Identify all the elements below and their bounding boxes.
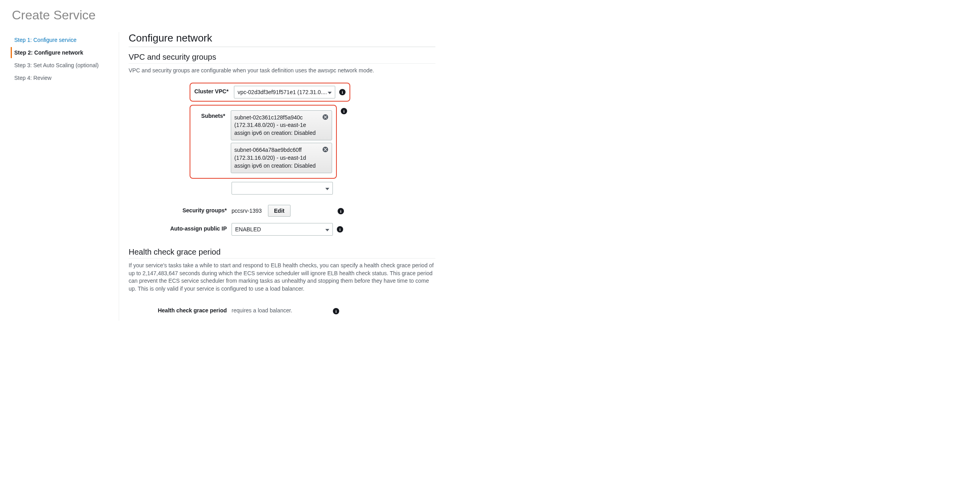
sidebar-step-2[interactable]: Step 2: Configure network — [11, 47, 107, 58]
subnet-chip-1-cidr: (172.31.16.0/20) - us-east-1d — [234, 154, 320, 162]
subnets-highlight: Subnets* subnet-02c361c128f5a940c (172.3… — [190, 105, 337, 179]
cluster-vpc-label: Cluster VPC* — [194, 86, 230, 95]
sidebar-step-4[interactable]: Step 4: Review — [12, 72, 107, 83]
svg-text:i: i — [335, 309, 336, 314]
svg-text:i: i — [339, 227, 340, 232]
vpc-section-description: VPC and security groups are configurable… — [129, 67, 435, 75]
grace-period-label: Health check grace period — [129, 305, 232, 314]
auto-assign-ip-label: Auto-assign public IP — [129, 223, 232, 232]
info-icon[interactable]: i — [333, 308, 339, 314]
vpc-section-title: VPC and security groups — [129, 53, 435, 64]
chevron-down-icon — [328, 89, 332, 95]
subnet-add-select[interactable] — [232, 182, 333, 195]
info-icon[interactable]: i — [339, 89, 346, 95]
health-section-title: Health check grace period — [129, 248, 435, 259]
auto-assign-ip-value: ENABLED — [235, 226, 261, 232]
health-section-description: If your service's tasks take a while to … — [129, 262, 435, 293]
sidebar-step-1[interactable]: Step 1: Configure service — [12, 34, 107, 45]
subnet-chip-0-ipv6: assign ipv6 on creation: Disabled — [234, 129, 320, 137]
remove-subnet-1-button[interactable] — [322, 146, 329, 153]
subnets-label: Subnets* — [194, 110, 227, 119]
content-heading: Configure network — [129, 32, 435, 47]
subnet-chip-0-cidr: (172.31.48.0/20) - us-east-1e — [234, 121, 320, 129]
svg-text:i: i — [342, 90, 343, 95]
subnet-chip-0-id: subnet-02c361c128f5a940c — [234, 114, 320, 122]
wizard-sidebar: Step 1: Configure service Step 2: Config… — [12, 32, 107, 321]
remove-subnet-0-button[interactable] — [322, 114, 329, 120]
page-title: Create Service — [12, 8, 968, 23]
info-icon[interactable]: i — [338, 208, 344, 214]
cluster-vpc-select[interactable]: vpc-02d3df3ef91f571e1 (172.31.0.... — [234, 86, 335, 98]
subnet-chip-1-ipv6: assign ipv6 on creation: Disabled — [234, 162, 320, 170]
subnet-chip-1-id: subnet-0664a78ae9bdc60ff — [234, 146, 320, 154]
grace-period-value: requires a load balancer. — [232, 305, 292, 314]
auto-assign-ip-select[interactable]: ENABLED — [232, 223, 333, 236]
chevron-down-icon — [325, 185, 329, 191]
subnet-chip-0: subnet-02c361c128f5a940c (172.31.48.0/20… — [231, 110, 332, 141]
security-groups-label: Security groups* — [129, 205, 232, 214]
svg-text:i: i — [343, 109, 344, 113]
content-panel: Configure network VPC and security group… — [119, 32, 435, 321]
cluster-vpc-highlight: Cluster VPC* vpc-02d3df3ef91f571e1 (172.… — [190, 83, 350, 102]
subnet-chip-1: subnet-0664a78ae9bdc60ff (172.31.16.0/20… — [231, 143, 332, 173]
edit-security-groups-button[interactable]: Edit — [268, 205, 290, 217]
info-icon[interactable]: i — [341, 108, 347, 114]
svg-text:i: i — [340, 209, 341, 214]
cluster-vpc-value: vpc-02d3df3ef91f571e1 (172.31.0.... — [237, 89, 327, 95]
security-groups-value: pccsrv-1393 — [232, 208, 262, 214]
info-icon[interactable]: i — [337, 226, 343, 232]
sidebar-step-3[interactable]: Step 3: Set Auto Scaling (optional) — [12, 60, 107, 71]
chevron-down-icon — [325, 226, 329, 232]
